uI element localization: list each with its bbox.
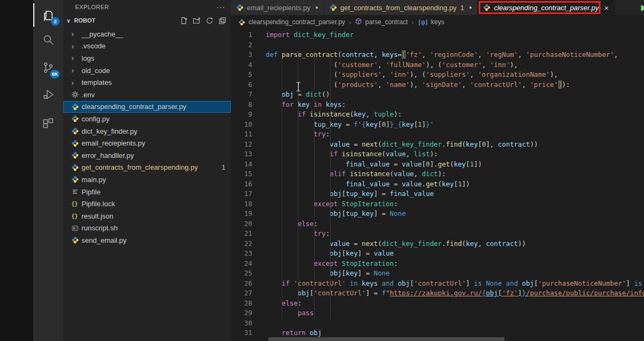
- file-row-config.py[interactable]: config.py: [63, 113, 231, 125]
- horizontal-scrollbar[interactable]: [268, 337, 504, 341]
- tab-get-contracts[interactable]: get_contracts_from_clearspending.py 1 ●: [324, 0, 478, 15]
- modified-dot-icon[interactable]: ●: [469, 5, 472, 10]
- line-number: 7: [231, 90, 252, 100]
- code-line[interactable]: 2: [231, 40, 644, 50]
- code-line[interactable]: 23 obj[key] = value: [231, 249, 644, 259]
- code-line[interactable]: 17 obj[tup_key] = final_value: [231, 189, 644, 199]
- code-line[interactable]: 28 else:: [231, 299, 644, 309]
- code-line[interactable]: 14 final_value = value[0].get(key[1]): [231, 159, 644, 170]
- code-line[interactable]: 16 final_value = value.get(key[1]): [231, 179, 644, 190]
- code-line[interactable]: 8 for key in keys:: [231, 100, 644, 110]
- file-name: main.py: [82, 176, 106, 184]
- code-line[interactable]: 5 ('suppliers', 'inn'), ('suppliers', 'o…: [231, 70, 644, 80]
- code-line[interactable]: 13 if isinstance(value, list):: [231, 149, 644, 159]
- code-line[interactable]: 22 value = next(dict_key_finder.find(key…: [231, 239, 644, 249]
- code-text: ('products', 'name'), 'signDate', 'contr…: [252, 80, 570, 90]
- run-python-button[interactable]: ▶: [641, 3, 644, 12]
- line-number: 1: [231, 30, 252, 40]
- more-actions-icon[interactable]: ···: [216, 3, 225, 11]
- code-line[interactable]: 31 return obj: [231, 328, 644, 338]
- code-line[interactable]: 30: [231, 318, 644, 329]
- tab-label: clearspending_contract_parser.py: [494, 4, 598, 12]
- explorer-sidebar: EXPLORER ··· ∨ ROBOT ›__pycache__›.vscod…: [63, 0, 231, 341]
- code-text: value = next(dict_key_finder.find(key, c…: [252, 239, 526, 249]
- run-debug-icon[interactable]: [33, 81, 63, 108]
- code-line[interactable]: 24 except StopIteration:: [231, 259, 644, 269]
- code-text: except StopIteration:: [252, 199, 398, 209]
- new-folder-icon[interactable]: [193, 17, 201, 25]
- file-row-main.py[interactable]: main.py: [63, 173, 231, 186]
- code-line[interactable]: 18 except StopIteration:: [231, 199, 644, 209]
- file-row-.env[interactable]: .env: [63, 89, 231, 101]
- code-line[interactable]: 29 pass: [231, 308, 644, 318]
- new-file-icon[interactable]: [180, 17, 188, 25]
- vscode-window: 2 6K EXPLORER ··· ∨ ROBOT ›__pycache__›.…: [0, 0, 644, 341]
- code-line[interactable]: 9 if isinstance(key, tuple):: [231, 110, 644, 120]
- json-file-icon: {}: [71, 213, 82, 219]
- code-line[interactable]: 1import dict_key_finder: [231, 30, 644, 40]
- file-row-dict_key_finder.py[interactable]: dict_key_finder.py: [63, 125, 231, 137]
- file-row-result.json[interactable]: {}result.json: [63, 210, 231, 222]
- line-number: 9: [231, 110, 252, 120]
- python-file-icon: [71, 103, 82, 111]
- breadcrumb-member[interactable]: keys: [431, 18, 444, 26]
- code-line[interactable]: 26 if 'contractUrl' in keys and obj['con…: [231, 279, 644, 289]
- code-text: obj['contractUrl'] = f"https://zakupki.g…: [252, 288, 644, 299]
- code-line[interactable]: 12 value = next(dict_key_finder.find(key…: [231, 140, 644, 150]
- code-text: final_value = value.get(key[1]): [252, 179, 470, 190]
- line-number: 4: [231, 60, 252, 70]
- search-icon[interactable]: [33, 26, 63, 53]
- breadcrumb-symbol[interactable]: parse_contract: [365, 18, 407, 26]
- file-row-logs[interactable]: ›logs: [63, 52, 231, 64]
- file-name: send_email.py: [82, 236, 127, 244]
- code-line[interactable]: 3def parse_contract(contract, keys=['fz'…: [231, 50, 644, 60]
- code-line[interactable]: 11 try:: [231, 129, 644, 140]
- file-row-.vscode[interactable]: ›.vscode: [63, 40, 231, 53]
- code-text: obj[tup_key] = None: [252, 209, 406, 219]
- file-name: .env: [82, 91, 95, 99]
- file-row-get_contracts_from_clearspending.py[interactable]: get_contracts_from_clearspending.py1: [63, 162, 231, 174]
- modified-dot-icon[interactable]: ●: [316, 5, 318, 10]
- symbol-variable-icon: [@]: [418, 19, 428, 26]
- code-line[interactable]: 10 tup_key = f'{key[0]}_{key[1]}': [231, 120, 644, 130]
- file-row-Pipfile.lock[interactable]: {}Pipfile.lock: [63, 198, 231, 210]
- python-file-icon: [71, 164, 82, 171]
- source-control-icon[interactable]: 6K: [33, 54, 63, 81]
- folder-section-header[interactable]: ∨ ROBOT: [63, 14, 231, 27]
- tab-email-reciepients[interactable]: email_reciepients.py ●: [231, 0, 324, 15]
- file-row-runscript.sh[interactable]: runscript.sh: [63, 222, 231, 235]
- file-name: .vscode: [82, 42, 106, 50]
- close-icon[interactable]: ×: [604, 3, 609, 12]
- file-row-old_code[interactable]: ›old_code: [63, 64, 231, 77]
- json-file-icon: {}: [71, 201, 82, 207]
- line-number: 5: [231, 70, 252, 80]
- file-row-__pycache__[interactable]: ›__pycache__: [63, 28, 231, 40]
- python-file-icon: [71, 127, 82, 135]
- python-file-icon: [71, 236, 82, 244]
- tab-label: get_contracts_from_clearspending.py: [340, 4, 457, 12]
- code-line[interactable]: 7 obj = dict(): [231, 90, 644, 100]
- code-line[interactable]: 6 ('products', 'name'), 'signDate', 'con…: [231, 80, 644, 90]
- code-line[interactable]: 19 obj[tup_key] = None: [231, 209, 644, 219]
- file-row-templates[interactable]: ›templates: [63, 76, 231, 89]
- code-line[interactable]: 15 elif isinstance(value, dict):: [231, 169, 644, 179]
- tab-clearspending-parser[interactable]: clearspending_contract_parser.py ×: [478, 0, 614, 15]
- file-row-clearspending_contract_parser.py[interactable]: clearspending_contract_parser.py: [63, 101, 231, 113]
- code-line[interactable]: 20 else:: [231, 219, 644, 229]
- explorer-activity-icon[interactable]: 2: [33, 2, 63, 28]
- breadcrumb-file[interactable]: clearspending_contract_parser.py: [248, 18, 345, 26]
- collapse-folders-icon[interactable]: [218, 17, 226, 25]
- pipfile-icon: [71, 188, 82, 195]
- code-line[interactable]: 25 obj[key] = None: [231, 269, 644, 279]
- refresh-icon[interactable]: [206, 17, 214, 25]
- file-row-send_email.py[interactable]: send_email.py: [63, 234, 231, 246]
- file-row-email_reciepients.py[interactable]: email_reciepients.py: [63, 137, 231, 149]
- code-line[interactable]: 4 ('customer', 'fullName'), ('customer',…: [231, 60, 644, 70]
- explorer-title: EXPLORER: [75, 4, 216, 10]
- file-row-error_handller.py[interactable]: error_handller.py: [63, 149, 231, 162]
- file-row-Pipfile[interactable]: Pipfile: [63, 186, 231, 198]
- code-line[interactable]: 27 obj['contractUrl'] = f"https://zakupk…: [231, 288, 644, 299]
- code-editor[interactable]: 1import dict_key_finder23def parse_contr…: [231, 29, 644, 341]
- extensions-icon[interactable]: [33, 110, 63, 137]
- code-line[interactable]: 21 try:: [231, 229, 644, 239]
